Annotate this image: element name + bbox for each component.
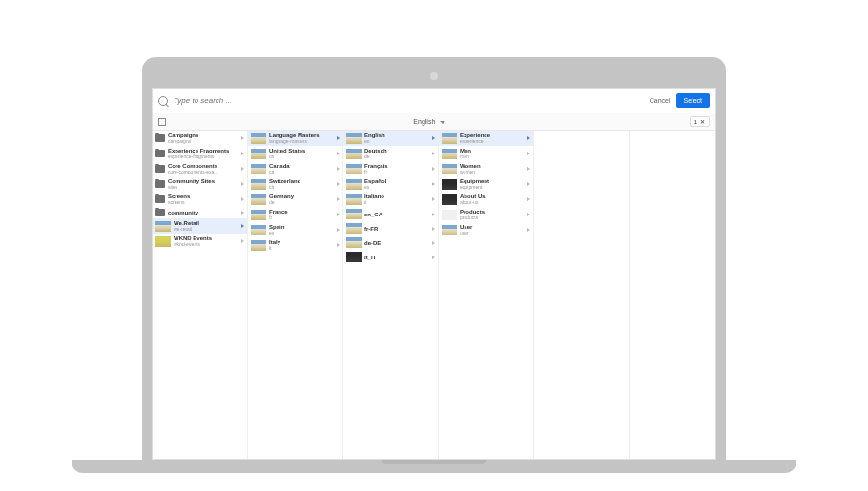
list-item[interactable]: fr-FR [343,221,438,235]
list-item[interactable]: Spaines [248,222,342,237]
list-item[interactable]: Françaisfr [343,161,438,176]
item-subtitle: screens [168,199,238,205]
item-subtitle: user [460,230,525,235]
page-thumbnail [346,252,362,262]
item-subtitle: campaigns [168,138,238,144]
select-button[interactable]: Select [676,93,710,108]
list-item[interactable]: About Usabout-us [439,192,533,207]
page-thumbnail [346,237,362,248]
chevron-right-icon [527,152,530,155]
list-item[interactable]: community [153,207,247,218]
list-item[interactable]: en_CA [343,207,438,221]
list-item[interactable]: Womenwomen [439,161,533,176]
item-text: Productsproducts [460,209,525,220]
chevron-down-icon [440,121,445,124]
chevron-right-icon [241,182,244,186]
selection-count: 1 [694,119,697,125]
item-text: de-DE [364,240,429,246]
chevron-right-icon [432,197,435,201]
list-item[interactable]: Screensscreens [153,192,247,207]
item-subtitle: it [269,245,334,251]
chevron-right-icon [337,213,340,216]
list-item[interactable]: Francefr [248,207,342,222]
list-item[interactable]: We.Retailwe-retail [153,218,247,234]
list-item[interactable]: Experience Fragmentsexperience-fragments [153,146,247,161]
item-text: United Statesus [269,148,334,159]
view-toggle-icon[interactable] [158,118,166,126]
item-subtitle: fr [364,169,429,174]
chevron-right-icon [432,227,435,231]
chevron-right-icon [241,224,244,228]
list-item[interactable]: de-DE [343,235,438,250]
item-text: Menmen [460,148,525,159]
list-item[interactable]: Community Sitessites [153,176,247,192]
chevron-right-icon [527,228,530,232]
item-text: Experienceexperience [460,133,525,144]
page-thumbnail [442,149,457,159]
folder-icon [155,165,165,173]
list-item[interactable]: Españoles [343,176,438,192]
item-text: Equipmentequipment [460,178,525,190]
item-text: Englishen [364,133,429,144]
chevron-right-icon [337,228,340,232]
page-thumbnail [346,179,362,190]
item-subtitle: equipment [460,184,525,190]
item-subtitle: products [460,215,525,220]
search-input[interactable] [174,96,650,105]
item-text: Italianoit [364,194,429,205]
folder-icon [155,180,165,188]
item-text: it_IT [364,255,429,260]
selection-count-pill: 1 ✕ [690,116,710,127]
page-thumbnail [155,221,171,232]
item-subtitle: it [364,199,429,205]
list-item[interactable]: WKND Eventswknd-events [153,234,247,249]
list-item[interactable]: Switzerlandch [248,176,342,192]
item-text: Deutschde [364,148,429,159]
chevron-right-icon [432,182,435,186]
chevron-right-icon [432,152,435,155]
list-item[interactable]: Core Componentscore-components-exa... [153,161,247,176]
item-text: Canadaca [269,163,334,174]
chevron-right-icon [432,213,435,216]
cancel-button[interactable]: Cancel [650,97,671,104]
item-text: Francefr [269,209,334,220]
page-thumbnail [442,210,457,220]
list-item[interactable]: Canadaca [248,161,342,176]
column-browser: CampaignscampaignsExperience Fragmentsex… [153,131,715,460]
item-text: Language Masterslanguage-masters [269,133,334,144]
list-item[interactable]: Italianoit [343,192,438,207]
list-item[interactable]: Italyit [248,237,342,253]
list-item[interactable]: Englishen [343,131,438,146]
page-thumbnail [346,133,362,144]
item-subtitle: men [460,153,525,159]
chevron-right-icon [432,256,435,259]
chevron-right-icon [337,167,340,171]
list-item[interactable]: Deutschde [343,146,438,161]
item-text: Campaignscampaigns [168,133,238,144]
item-subtitle: ch [269,184,334,190]
item-subtitle: wknd-events [174,241,238,247]
list-item[interactable]: Experienceexperience [439,131,533,146]
list-item[interactable]: Language Masterslanguage-masters [248,131,342,146]
list-item[interactable]: Menmen [439,146,533,161]
chevron-right-icon [527,182,530,186]
item-subtitle: us [269,153,334,159]
list-item[interactable]: United Statesus [248,146,342,161]
bezel: Cancel Select English 1 ✕ Campaignscampa… [142,57,726,460]
chevron-right-icon [241,152,244,155]
list-item[interactable]: Useruser [439,222,533,237]
column-0: CampaignscampaignsExperience Fragmentsex… [153,131,248,460]
list-item[interactable]: Productsproducts [439,207,533,222]
list-item[interactable]: it_IT [343,250,438,264]
chevron-right-icon [241,239,244,243]
page-thumbnail [442,133,457,144]
list-item[interactable]: Germanyde [248,192,342,207]
item-text: About Usabout-us [460,194,525,205]
language-dropdown[interactable]: English [170,118,690,125]
list-item[interactable]: Equipmentequipment [439,176,533,192]
chevron-right-icon [432,241,435,245]
item-text: WKND Eventswknd-events [174,235,238,247]
chevron-right-icon [241,167,244,171]
clear-selection-icon[interactable]: ✕ [700,118,705,125]
list-item[interactable]: Campaignscampaigns [153,131,247,146]
